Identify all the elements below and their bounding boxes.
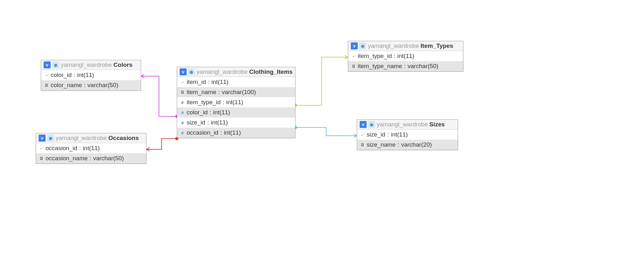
table-item-types[interactable]: v yamangl_wardrobe Item_Types item_type_… — [348, 41, 463, 72]
table-name: Occasions — [108, 135, 139, 142]
schema-name: yamangl_wardrobe — [56, 135, 107, 142]
schema-name: yamangl_wardrobe — [368, 42, 419, 49]
column-label: color_id — [51, 72, 72, 79]
gear-icon[interactable] — [368, 121, 375, 128]
column-occasion_name[interactable]: occasion_name : varchar(50) — [36, 153, 146, 163]
column-type: int(11) — [212, 79, 229, 86]
table-header-item-types[interactable]: v yamangl_wardrobe Item_Types — [348, 41, 463, 51]
column-item_name[interactable]: item_name : varchar(100) — [177, 87, 295, 97]
column-type: varchar(20) — [401, 141, 432, 148]
column-label: item_type_id — [187, 99, 221, 106]
table-name: Clothing_Items — [249, 68, 293, 75]
column-item_type_id[interactable]: item_type_id : int(11) — [348, 51, 463, 61]
gear-icon[interactable] — [47, 135, 54, 142]
key-icon — [351, 54, 356, 58]
table-occasions[interactable]: v yamangl_wardrobe Occasions occasion_id… — [36, 133, 146, 164]
column-label: item_id — [187, 79, 206, 86]
column-type: int(11) — [213, 109, 230, 116]
column-type: int(11) — [226, 99, 243, 106]
table-header-sizes[interactable]: v yamangl_wardrobe Sizes — [357, 120, 458, 130]
gear-icon[interactable] — [188, 68, 195, 75]
key-icon — [360, 132, 365, 137]
column-label: size_name — [367, 141, 396, 148]
column-label: color_id — [187, 109, 208, 116]
gear-icon[interactable] — [52, 61, 59, 68]
schema-name: yamangl_wardrobe — [61, 61, 112, 68]
v-icon: v — [360, 121, 367, 128]
schema-name: yamangl_wardrobe — [377, 121, 428, 128]
text-icon — [351, 64, 356, 68]
column-label: item_name — [187, 89, 216, 96]
text-icon — [44, 83, 49, 87]
table-name: Sizes — [430, 121, 445, 128]
column-item_id[interactable]: item_id : int(11) — [177, 77, 295, 87]
table-clothing-items[interactable]: v yamangl_wardrobe Clothing_Items item_i… — [177, 67, 295, 138]
table-sizes[interactable]: v yamangl_wardrobe Sizes size_id : int(1… — [357, 119, 458, 150]
table-header-colors[interactable]: v yamangl_wardrobe Colors — [41, 60, 141, 70]
schema-name: yamangl_wardrobe — [196, 68, 248, 75]
key-icon — [39, 146, 44, 150]
hash-icon: # — [180, 100, 185, 105]
column-type: varchar(100) — [222, 89, 256, 96]
column-color_name[interactable]: color_name : varchar(50) — [41, 80, 141, 90]
hash-icon: # — [180, 130, 185, 135]
key-icon — [44, 73, 49, 77]
v-icon: v — [351, 42, 358, 49]
column-color_id[interactable]: color_id : int(11) — [41, 70, 141, 80]
hash-icon: # — [180, 120, 185, 125]
column-color_id[interactable]: #color_id : int(11) — [177, 107, 295, 117]
column-label: color_name — [51, 82, 82, 89]
column-type: int(11) — [397, 53, 414, 60]
column-type: int(11) — [224, 129, 241, 136]
column-item_type_name[interactable]: item_type_name : varchar(50) — [348, 61, 463, 71]
table-colors[interactable]: v yamangl_wardrobe Colors color_id : int… — [41, 60, 141, 91]
column-type: int(11) — [77, 72, 94, 79]
text-icon — [180, 90, 185, 94]
table-header-clothing-items[interactable]: v yamangl_wardrobe Clothing_Items — [177, 67, 295, 77]
column-type: int(11) — [83, 145, 100, 152]
column-type: varchar(50) — [88, 82, 118, 89]
diagram-canvas: { "schema": "yamangl_wardrobe", "tables"… — [0, 0, 644, 273]
column-size_id[interactable]: #size_id : int(11) — [177, 117, 295, 128]
column-label: size_id — [367, 131, 385, 138]
column-occasion_id[interactable]: #occasion_id : int(11) — [177, 128, 295, 138]
column-label: occasion_id — [46, 145, 77, 152]
gear-icon[interactable] — [359, 42, 366, 49]
v-icon: v — [180, 68, 187, 75]
column-size_name[interactable]: size_name : varchar(20) — [357, 140, 458, 150]
v-icon: v — [44, 61, 51, 68]
column-size_id[interactable]: size_id : int(11) — [357, 130, 458, 140]
column-label: item_type_name — [358, 63, 402, 70]
column-label: item_type_id — [358, 53, 392, 60]
column-occasion_id[interactable]: occasion_id : int(11) — [36, 143, 146, 153]
table-name: Colors — [114, 61, 133, 68]
hash-icon: # — [180, 110, 185, 115]
text-icon — [39, 156, 44, 161]
column-label: size_id — [187, 119, 205, 126]
table-header-occasions[interactable]: v yamangl_wardrobe Occasions — [36, 133, 146, 143]
text-icon — [360, 143, 365, 147]
column-type: varchar(50) — [93, 155, 124, 162]
column-label: occasion_name — [46, 155, 88, 162]
table-name: Item_Types — [421, 42, 453, 49]
column-type: int(11) — [391, 131, 408, 138]
key-icon — [180, 80, 185, 84]
column-type: int(11) — [211, 119, 228, 126]
column-type: varchar(50) — [408, 63, 438, 70]
v-icon: v — [39, 135, 46, 142]
column-item_type_id[interactable]: #item_type_id : int(11) — [177, 97, 295, 107]
column-label: occasion_id — [187, 129, 218, 136]
